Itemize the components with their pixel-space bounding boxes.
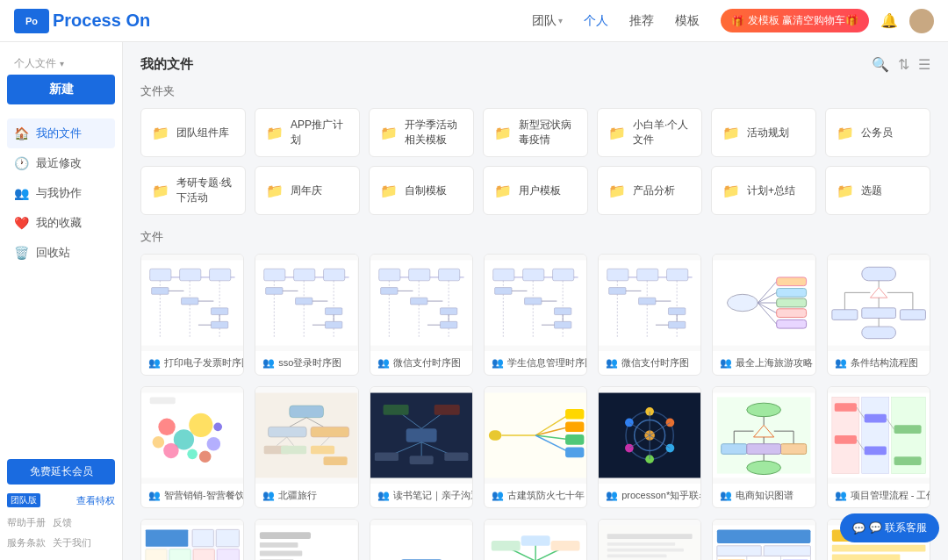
file-card[interactable] [484, 519, 587, 560]
file-type-icon: 👥 [606, 357, 618, 369]
file-card[interactable]: 👥项目管理流程 - 工作... [827, 386, 930, 508]
folder-item[interactable]: 📁用户模板 [483, 166, 588, 215]
file-card[interactable] [370, 519, 473, 560]
folder-item[interactable]: 📁公务员 [825, 108, 930, 157]
sort-icon[interactable]: ⇅ [898, 56, 909, 73]
folder-item[interactable]: 📁选题 [825, 166, 930, 215]
nav-team[interactable]: 团队 ▾ [532, 13, 563, 29]
svg-rect-52 [552, 269, 573, 281]
file-card[interactable]: 👥条件结构流程图 [827, 254, 930, 376]
sidebar-item-collaborate[interactable]: 👥 与我协作 [7, 178, 115, 208]
heart-icon: ❤️ [14, 216, 29, 230]
svg-rect-88 [777, 289, 807, 298]
search-icon[interactable]: 🔍 [872, 56, 889, 73]
main-layout: 个人文件 ▾ 新建 🏠 我的文件 🕐 最近修改 👥 与我协作 ❤️ 我的收藏 🗑… [0, 42, 948, 560]
file-card[interactable]: 👥微信支付时序图 [370, 254, 473, 376]
folder-icon: 📁 [608, 183, 626, 199]
svg-rect-68 [667, 269, 688, 281]
svg-rect-34 [378, 269, 399, 281]
svg-rect-187 [861, 397, 888, 473]
folder-icon: 📁 [837, 125, 854, 141]
file-card[interactable]: 👥电商知识图谱 [712, 386, 815, 508]
file-card[interactable] [712, 519, 815, 560]
file-card[interactable] [255, 519, 358, 560]
svg-rect-138 [383, 405, 408, 415]
svg-rect-206 [217, 549, 239, 560]
folder-item[interactable]: 📁考研专题·线下活动 [140, 166, 246, 215]
file-card[interactable]: 👥读书笔记｜亲子沟通 [370, 386, 473, 508]
notification-bell[interactable]: 🔔 [880, 11, 899, 31]
feedback-link[interactable]: 反馈 [53, 516, 72, 529]
svg-rect-10 [182, 298, 198, 305]
svg-point-111 [163, 443, 178, 458]
gift-icon: 🎁 [731, 15, 744, 27]
svg-point-114 [213, 422, 222, 431]
promo-button[interactable]: 🎁 发模板 赢清空购物车🎁 [721, 9, 869, 32]
terms-link[interactable]: 服务条款 [7, 536, 46, 549]
folder-item[interactable]: 📁APP推广计划 [255, 108, 360, 157]
svg-rect-90 [777, 309, 807, 318]
file-card[interactable]: 👥北疆旅行 [255, 386, 358, 508]
about-link[interactable]: 关于我们 [53, 536, 91, 549]
folder-item[interactable]: 📁团队组件库 [140, 108, 246, 157]
svg-rect-93 [861, 267, 895, 281]
file-name: 👥最全上海旅游攻略 [713, 351, 815, 375]
svg-rect-19 [294, 269, 315, 281]
folder-item[interactable]: 📁周年庆 [255, 166, 360, 215]
nav-recommend[interactable]: 推荐 [629, 13, 654, 29]
folder-item[interactable]: 📁新型冠状病毒疫情 [483, 108, 588, 157]
svg-rect-129 [311, 446, 334, 455]
avatar[interactable] [909, 9, 934, 33]
view-icon[interactable]: ☰ [918, 56, 930, 73]
logo-text: Process On [53, 11, 150, 31]
file-card[interactable]: 👥学生信息管理时序图 [484, 254, 587, 376]
file-card[interactable]: 👥sso登录时序图 [255, 254, 358, 376]
file-card[interactable] [598, 519, 701, 560]
file-preview [141, 255, 243, 351]
svg-rect-8 [152, 288, 169, 295]
svg-rect-105 [861, 327, 895, 339]
folder-item[interactable]: 📁小白羊·个人文件 [597, 108, 702, 157]
sidebar-item-myfiles[interactable]: 🏠 我的文件 [7, 118, 115, 148]
folder-item[interactable]: 📁产品分析 [597, 166, 702, 215]
file-card[interactable] [140, 519, 244, 560]
check-privileges-link[interactable]: 查看特权 [76, 494, 115, 507]
folder-item[interactable]: 📁自制模板 [369, 166, 474, 215]
trash-icon: 🗑️ [14, 246, 29, 260]
folder-item[interactable]: 📁开学季活动相关模板 [369, 108, 474, 157]
svg-point-109 [189, 413, 212, 437]
svg-rect-123 [311, 427, 349, 437]
chat-button[interactable]: 💬 💬 联系客服 [840, 513, 939, 542]
footer-links: 帮助手册 反馈 服务条款 关于我们 [7, 516, 115, 549]
svg-rect-44 [440, 308, 456, 315]
nav-templates[interactable]: 模板 [675, 13, 700, 29]
folder-item[interactable]: 📁活动规划 [711, 108, 816, 157]
file-card[interactable]: 👥打印电子发票时序图 [140, 254, 244, 376]
file-card[interactable]: 👥processon*知乎联名... [598, 386, 701, 508]
file-preview [141, 520, 243, 560]
logo[interactable]: Po Process On [14, 9, 150, 33]
file-card[interactable]: 👥微信支付时序图 [598, 254, 701, 376]
svg-point-113 [153, 436, 165, 449]
sidebar-item-favorites[interactable]: ❤️ 我的收藏 [7, 208, 115, 238]
svg-rect-46 [440, 321, 456, 328]
free-member-button[interactable]: 免费延长会员 [7, 459, 115, 485]
svg-rect-142 [444, 452, 468, 461]
file-card[interactable]: 👥智营销销-智营餐饮... [140, 386, 244, 508]
folder-item[interactable]: 📁计划+总结 [711, 166, 816, 215]
file-name: 👥微信支付时序图 [599, 351, 700, 375]
svg-rect-204 [169, 549, 190, 560]
nav-personal[interactable]: 个人 [584, 13, 608, 29]
svg-rect-247 [607, 549, 684, 552]
help-link[interactable]: 帮助手册 [7, 516, 46, 529]
svg-rect-91 [777, 319, 807, 328]
file-card[interactable]: 👥最全上海旅游攻略 [712, 254, 815, 376]
svg-rect-201 [192, 529, 213, 546]
chevron-down-icon: ▾ [558, 16, 563, 25]
main-nav: 团队 ▾ 个人 推荐 模板 [532, 13, 700, 29]
file-card[interactable]: 👥古建筑防火七十年 [484, 386, 587, 508]
sidebar-item-trash[interactable]: 🗑️ 回收站 [7, 238, 115, 268]
file-preview [828, 255, 930, 351]
new-button[interactable]: 新建 [7, 75, 115, 104]
sidebar-item-recent[interactable]: 🕐 最近修改 [7, 148, 115, 178]
